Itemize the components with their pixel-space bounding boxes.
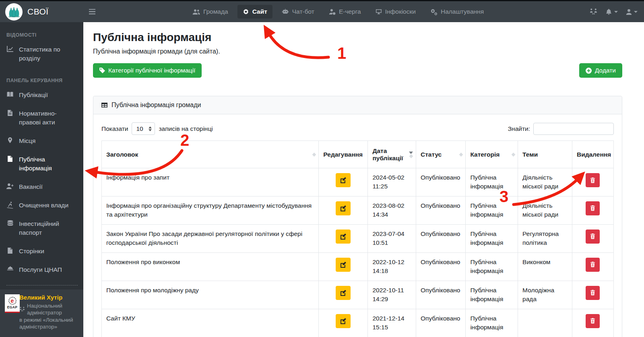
role-switch-button[interactable] bbox=[590, 8, 597, 15]
categories-button[interactable]: Категорії публічної інформації bbox=[93, 63, 202, 78]
table-row: Інформація про запит 2024-05-0211:25 Опу… bbox=[102, 168, 614, 196]
egap-e-mark: e bbox=[8, 297, 17, 305]
sidebar-item-label: Інвестиційний паспорт bbox=[19, 219, 77, 237]
cell-delete bbox=[572, 252, 613, 281]
trash-icon bbox=[590, 262, 595, 267]
sidebar-item-label: Публічна інформація bbox=[19, 155, 77, 173]
edit-button[interactable] bbox=[336, 229, 351, 244]
card-body: Показати 10 записів на сторінці Знайти: bbox=[93, 114, 622, 337]
add-button[interactable]: Додати bbox=[579, 63, 622, 78]
sidebar-item-publikatsii[interactable]: Публікації bbox=[0, 86, 83, 104]
cell-delete bbox=[572, 224, 613, 252]
sidebar-item-publichna-informatsiia[interactable]: Публічна інформація bbox=[0, 150, 83, 178]
sidebar-item-statystyka[interactable]: Статистика по розділу bbox=[0, 40, 83, 68]
sidebar-item-mistsia[interactable]: Місця bbox=[0, 132, 83, 150]
nav-label: Налаштування bbox=[441, 8, 484, 15]
gears-icon bbox=[430, 8, 438, 15]
column-header-themes: Теми bbox=[518, 141, 572, 168]
trash-icon bbox=[590, 290, 595, 296]
cell-date: 2023-07-0410:51 bbox=[368, 224, 416, 252]
cell-title: Положення про молодіжну раду bbox=[102, 281, 319, 309]
public-info-table: Заголовок Редагування Дата публікації bbox=[101, 141, 614, 337]
delete-button[interactable] bbox=[586, 314, 600, 328]
table-row: Інформація про організаційну структуру Д… bbox=[102, 196, 614, 224]
page-size-value: 10 bbox=[136, 125, 143, 132]
coins-icon bbox=[6, 220, 14, 226]
cell-category: Публічна інформація bbox=[466, 309, 518, 337]
delete-button[interactable] bbox=[586, 258, 600, 272]
page-size-select[interactable]: 10 bbox=[132, 122, 155, 135]
cell-category: Публічна інформація bbox=[466, 252, 518, 281]
pen-square-icon bbox=[341, 318, 346, 324]
bars-icon bbox=[89, 9, 95, 14]
map-marker-icon bbox=[6, 137, 14, 143]
delete-button[interactable] bbox=[586, 201, 600, 215]
nav-item-nalashtuvannia[interactable]: Налаштування bbox=[425, 5, 489, 19]
cell-date: 2023-08-0214:34 bbox=[368, 196, 416, 224]
column-header-status[interactable]: Статус bbox=[416, 141, 466, 168]
cell-category: Публічна інформація bbox=[466, 224, 518, 252]
cell-status: Опубліковано bbox=[416, 252, 466, 281]
cell-delete bbox=[572, 309, 613, 337]
nav-label: Інфокіоски bbox=[385, 8, 416, 15]
lustration-icon bbox=[6, 202, 14, 209]
chart-line-icon bbox=[6, 46, 14, 52]
edit-button[interactable] bbox=[336, 173, 351, 187]
table-controls: Показати 10 записів на сторінці Знайти: bbox=[101, 122, 614, 135]
sidebar: ВІДОМОСТІ Статистика по розділу ПАНЕЛЬ К… bbox=[0, 22, 83, 337]
delete-button[interactable] bbox=[586, 173, 600, 187]
cell-status: Опубліковано bbox=[416, 281, 466, 309]
edit-button[interactable] bbox=[336, 258, 351, 272]
sidebar-item-ochyshchennia[interactable]: Очищення влади bbox=[0, 196, 83, 215]
nav-item-sait[interactable]: Сайт bbox=[237, 5, 272, 19]
column-header-title[interactable]: Заголовок bbox=[102, 141, 319, 168]
search-input[interactable] bbox=[533, 123, 614, 135]
sidebar-item-npa[interactable]: Нормативно-правові акти bbox=[0, 104, 83, 132]
sidebar-item-investpassport[interactable]: Інвестиційний паспорт bbox=[0, 215, 83, 242]
table-row: Положення про молодіжну раду 2022-10-111… bbox=[102, 281, 614, 309]
sidebar-section-panel: ПАНЕЛЬ КЕРУВАННЯ bbox=[0, 68, 83, 86]
nav-item-hromada[interactable]: Громада bbox=[187, 5, 233, 19]
sidebar-toggle-button[interactable] bbox=[89, 9, 95, 14]
cell-title: Інформація про запит bbox=[102, 168, 319, 196]
column-header-date[interactable]: Дата публікації bbox=[368, 141, 416, 168]
nav-item-chatbot[interactable]: Чат-бот bbox=[277, 5, 320, 19]
nav-item-echerha[interactable]: Е-черга bbox=[324, 5, 366, 19]
cell-theme: Виконком bbox=[518, 252, 572, 281]
sidebar-item-storinky[interactable]: Сторінки bbox=[0, 242, 83, 261]
cell-date: 2022-10-1214:18 bbox=[368, 252, 416, 281]
sidebar-item-tsnap[interactable]: Послуги ЦНАП bbox=[0, 261, 83, 279]
delete-button[interactable] bbox=[586, 286, 600, 300]
brand-logo[interactable]: СВОЇ bbox=[0, 3, 83, 21]
nav-label: Громада bbox=[203, 8, 228, 15]
user-queue-icon bbox=[329, 9, 336, 15]
sidebar-item-label: Вакансії bbox=[19, 182, 43, 191]
sidebar-divider bbox=[6, 285, 78, 285]
column-header-category[interactable]: Категорія bbox=[466, 141, 518, 168]
page-title: Публічна інформація bbox=[93, 31, 622, 44]
cell-status: Опубліковано bbox=[416, 168, 466, 196]
sidebar-item-vakansii[interactable]: Вакансії bbox=[0, 178, 83, 196]
gear-icon bbox=[243, 8, 249, 15]
community-name: Великий Хутір bbox=[19, 294, 79, 301]
sidebar-item-label: Статистика по розділу bbox=[19, 45, 77, 63]
nav-label: Чат-бот bbox=[292, 8, 314, 15]
cell-edit bbox=[319, 252, 368, 281]
column-header-edit: Редагування bbox=[319, 141, 368, 168]
edit-button[interactable] bbox=[336, 201, 351, 215]
notifications-button[interactable] bbox=[605, 9, 618, 15]
window-edge bbox=[0, 0, 644, 1]
cell-date: 2021-12-1415:15 bbox=[368, 309, 416, 337]
edit-button[interactable] bbox=[336, 314, 351, 328]
nav-label: Сайт bbox=[252, 8, 267, 15]
delete-button[interactable] bbox=[586, 229, 600, 244]
user-menu-button[interactable] bbox=[626, 9, 638, 15]
main-navigation: Громада Сайт Чат-бот Е-черга Інфокіоски … bbox=[187, 1, 489, 22]
table-row: Сайт КМУ 2021-12-1415:15 Опубліковано Пу… bbox=[102, 309, 614, 337]
edit-button[interactable] bbox=[336, 286, 351, 300]
sidebar-item-label: Нормативно-правові акти bbox=[19, 109, 77, 127]
main-content: Публічна інформація Публічна інформація … bbox=[83, 22, 644, 337]
sidebar-item-label: Місця bbox=[19, 136, 35, 145]
nav-item-infokiosky[interactable]: Інфокіоски bbox=[370, 5, 421, 19]
cell-delete bbox=[572, 196, 613, 224]
